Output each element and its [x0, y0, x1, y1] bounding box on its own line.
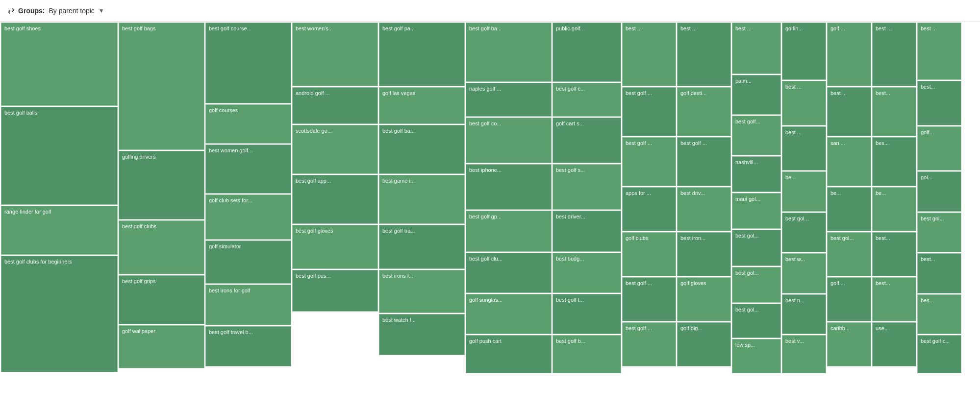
cell-best-9[interactable]: best... [872, 232, 916, 276]
cell-golf-desti[interactable]: golf desti... [677, 87, 731, 136]
cell-best-iron[interactable]: best iron... [677, 232, 731, 276]
cell-best-golf-shoes[interactable]: best golf shoes [1, 23, 118, 106]
cell-best-golf-clu[interactable]: best golf clu... [466, 253, 552, 293]
cell-best-golf-ba-3[interactable]: best golf ba... [466, 23, 552, 82]
cell-best-irons-f[interactable]: best irons f... [379, 270, 465, 313]
cell-best-gol-5[interactable]: best gol... [827, 232, 871, 276]
cell-naples-golf[interactable]: naples golf ... [466, 83, 552, 117]
cell-best-gol-3[interactable]: best gol... [732, 304, 781, 338]
cell-best-golf-pus[interactable]: best golf pus... [292, 270, 378, 312]
cell-best-golf-travel-b[interactable]: best golf travel b... [205, 326, 291, 366]
cell-best-iphone[interactable]: best iphone... [466, 164, 552, 210]
cell-best-golf-pa[interactable]: best golf pa... [379, 23, 465, 86]
cell-scottsdale-go[interactable]: scottsdale go... [292, 125, 378, 174]
cell-public-golf[interactable]: public golf... [553, 23, 621, 82]
cell-golf-clubs[interactable]: golf clubs [622, 232, 676, 276]
cell-best-8[interactable]: best... [872, 87, 916, 136]
cell-best-gol-6[interactable]: best gol... [917, 213, 961, 253]
cell-golf-las-vegas[interactable]: golf las vegas [379, 87, 465, 124]
groups-value[interactable]: By parent topic [49, 7, 94, 15]
cell-best-golf-c-3[interactable]: best golf c... [917, 335, 961, 373]
cell-golf-wallpaper[interactable]: golf wallpaper [119, 325, 204, 368]
cell-golf-dig[interactable]: golf dig... [677, 322, 731, 366]
cell-best-4[interactable]: best ... [782, 81, 826, 125]
cell-best-golf-3[interactable]: best golf ... [622, 137, 676, 186]
cell-golfing-drivers[interactable]: golfing drivers [119, 151, 204, 219]
cell-nashvil[interactable]: nashvill... [732, 156, 781, 192]
cell-be-2[interactable]: be... [827, 187, 871, 231]
cell-best-13[interactable]: best... [917, 253, 961, 293]
cell-range-finder[interactable]: range finder for golf [1, 206, 118, 255]
cell-best-womens[interactable]: best women's... [292, 23, 378, 86]
cell-be-3[interactable]: be... [872, 187, 916, 231]
cell-best-1[interactable]: best ... [622, 23, 676, 86]
cell-best-golf-gp[interactable]: best golf gp... [466, 211, 552, 252]
cell-gol[interactable]: gol... [917, 171, 961, 212]
cell-be-1[interactable]: be... [782, 171, 826, 212]
cell-best-golf-4[interactable]: best golf ... [622, 277, 676, 321]
cell-best-driv[interactable]: best driv... [677, 187, 731, 231]
cell-apps-for[interactable]: apps for ... [622, 187, 676, 231]
cell-best-golf-ba-2[interactable]: best golf ba... [379, 125, 465, 174]
cell-best-golf-grips[interactable]: best golf grips [119, 275, 204, 324]
cell-best-women-golf[interactable]: best women golf... [205, 144, 291, 193]
cell-san[interactable]: san ... [827, 137, 871, 186]
cell-best-golf-7[interactable]: best golf... [732, 116, 781, 155]
cell-caribb[interactable]: caribb... [827, 322, 871, 366]
cell-golf-courses[interactable]: golf courses [205, 104, 291, 144]
cell-palm[interactable]: palm... [732, 75, 781, 115]
cell-golf-3[interactable]: golf ... [827, 277, 871, 321]
cell-best-10[interactable]: best... [872, 277, 916, 321]
cell-best-golf-tra[interactable]: best golf tra... [379, 225, 465, 269]
cell-best-golf-c-2[interactable]: best golf c... [553, 83, 621, 117]
cell-best-golf-5[interactable]: best golf ... [622, 322, 676, 366]
cell-best-golf-6[interactable]: best golf ... [677, 137, 731, 186]
cell-best-gol[interactable]: best gol... [732, 230, 781, 265]
cell-golfin[interactable]: golfin... [782, 23, 826, 80]
cell-golf-simulator[interactable]: golf simulator [205, 241, 291, 284]
cell-golf-4[interactable]: golf... [917, 126, 961, 170]
cell-bes-2[interactable]: bes... [917, 294, 961, 335]
cell-best-golf-co[interactable]: best golf co... [466, 118, 552, 163]
cell-best-golf-t[interactable]: best golf t... [553, 294, 621, 334]
cell-best-7[interactable]: best ... [872, 23, 916, 86]
cell-best-golf-2[interactable]: best golf ... [622, 87, 676, 136]
cell-best-gol-4[interactable]: best gol... [782, 213, 826, 253]
cell-best-11[interactable]: best ... [917, 23, 961, 80]
cell-golf-cart-s[interactable]: golf cart s... [553, 118, 621, 163]
cell-best-golf-balls[interactable]: best golf balls [1, 107, 118, 205]
cell-best-game-i[interactable]: best game i... [379, 175, 465, 224]
cell-best-golf-bags[interactable]: best golf bags [119, 23, 204, 150]
cell-best-2[interactable]: best ... [677, 23, 731, 86]
cell-golf-gloves[interactable]: golf gloves [677, 277, 731, 321]
cell-android-golf[interactable]: android golf ... [292, 87, 378, 124]
cell-best-3[interactable]: best ... [732, 23, 781, 74]
cell-best-budg[interactable]: best budg... [553, 253, 621, 293]
cell-maui-gol[interactable]: maui gol... [732, 193, 781, 229]
cell-golf-club-sets[interactable]: golf club sets for... [205, 194, 291, 240]
cell-bes-1[interactable]: bes... [872, 137, 916, 186]
cell-golf-push-cart[interactable]: golf push cart [466, 335, 552, 373]
cell-best-golf-clubs[interactable]: best golf clubs [119, 220, 204, 274]
cell-best-golf-s[interactable]: best golf s... [553, 164, 621, 210]
cell-best-golf-course[interactable]: best golf course... [205, 23, 291, 103]
cell-best-golf-gloves[interactable]: best golf gloves [292, 225, 378, 269]
cell-best-golf-clubs-beginners[interactable]: best golf clubs for beginners [1, 256, 118, 372]
cell-best-n[interactable]: best n... [782, 294, 826, 335]
cell-best-gol-2[interactable]: best gol... [732, 267, 781, 303]
cell-low-sp[interactable]: low sp... [732, 339, 781, 373]
cell-best-watch-f[interactable]: best watch f... [379, 314, 465, 355]
cell-best-golf-app[interactable]: best golf app... [292, 175, 378, 224]
cell-best-irons-for-golf[interactable]: best irons for golf [205, 285, 291, 325]
cell-best-6[interactable]: best ... [827, 87, 871, 136]
cell-label: best... [921, 256, 935, 263]
cell-best-v[interactable]: best v... [782, 335, 826, 373]
cell-best-golf-b-4[interactable]: best golf b... [553, 335, 621, 373]
cell-golf-sunglas[interactable]: golf sunglas... [466, 294, 552, 334]
cell-best-12[interactable]: best... [917, 81, 961, 125]
cell-best-driver[interactable]: best driver... [553, 211, 621, 252]
cell-use[interactable]: use... [872, 322, 916, 366]
cell-golf-2[interactable]: golf ... [827, 23, 871, 86]
cell-best-5[interactable]: best ... [782, 126, 826, 170]
cell-best-w[interactable]: best w... [782, 253, 826, 293]
